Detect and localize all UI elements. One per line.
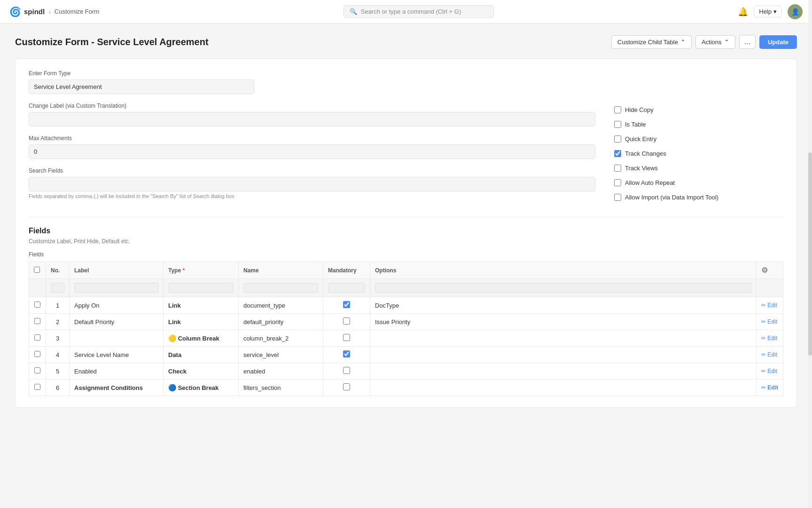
row3-edit: ✏ Edit [757,330,783,347]
edit-icon: ✏ [761,368,766,374]
row4-checkbox[interactable] [34,351,40,357]
filter-name-input[interactable] [243,283,318,293]
filter-cell-settings [757,279,783,297]
hide-copy-input[interactable] [614,106,621,113]
row6-mandatory-input[interactable] [343,383,350,390]
row5-mandatory-input[interactable] [343,367,350,374]
th-settings[interactable]: ⚙ [757,262,783,279]
row6-no: 6 [46,380,70,396]
row2-checkbox[interactable] [34,318,40,324]
logo[interactable]: 🌀 spindl [9,6,45,17]
row3-edit-button[interactable]: ✏ Edit [761,335,777,341]
search-bar[interactable]: 🔍 Search or type a command (Ctrl + G) [344,5,494,18]
form-row: Change Label (via Custom Translation) Ma… [29,103,783,207]
search-fields-label: Search Fields [29,167,595,174]
form-right-col: Hide Copy Is Table Quick Entry Track Cha… [614,103,783,207]
row5-name: enabled [239,363,323,380]
quick-entry-label: Quick Entry [625,135,656,143]
row2-edit-button[interactable]: ✏ Edit [761,318,777,325]
th-name: Name [239,262,323,279]
row3-options [370,330,757,347]
scrollbar-thumb[interactable] [808,152,812,356]
change-label-group: Change Label (via Custom Translation) [29,103,595,127]
breadcrumb-separator: › [48,8,51,16]
row4-name: service_level [239,347,323,363]
row2-name: default_priority [239,314,323,330]
row5-edit-button[interactable]: ✏ Edit [761,368,777,374]
form-type-input[interactable] [29,79,254,94]
search-icon: 🔍 [350,8,357,15]
row3-checkbox[interactable] [34,334,40,341]
scrollbar-track[interactable] [808,0,812,429]
filter-mandatory-input[interactable] [328,283,365,293]
filter-type-input[interactable] [168,283,234,293]
row6-options [370,380,757,396]
update-button[interactable]: Update [759,35,797,49]
help-button[interactable]: Help ▾ [754,6,782,17]
filter-cell-label [70,279,164,297]
max-attachments-input[interactable] [29,144,595,159]
nav-left: 🌀 spindl › Customize Form [9,6,99,17]
track-views-input[interactable] [614,165,621,172]
th-label: Label [70,262,164,279]
allow-auto-repeat-input[interactable] [614,179,621,186]
search-placeholder: Search or type a command (Ctrl + G) [361,8,461,15]
form-left-col: Change Label (via Custom Translation) Ma… [29,103,595,207]
track-views-checkbox[interactable]: Track Views [614,165,783,172]
filter-no-input[interactable] [51,283,64,293]
allow-auto-repeat-checkbox[interactable]: Allow Auto Repeat [614,179,783,186]
row1-name: document_type [239,297,323,314]
settings-gear-icon[interactable]: ⚙ [761,266,768,274]
avatar[interactable]: 👤 [788,4,803,19]
is-table-checkbox[interactable]: Is Table [614,121,783,128]
filter-cell-options [370,279,757,297]
search-fields-input[interactable] [29,177,595,191]
row2-mandatory [323,314,370,330]
select-all-checkbox[interactable] [34,267,40,273]
breadcrumb-current[interactable]: Customize Form [55,8,99,15]
table-row: 2 Default Priority Link default_priority… [29,314,783,330]
row1-edit-button[interactable]: ✏ Edit [761,302,777,309]
bell-icon: 🔔 [738,7,748,16]
row4-mandatory [323,347,370,363]
filter-cell-check [29,279,46,297]
quick-entry-checkbox[interactable]: Quick Entry [614,135,783,143]
row6-checkbox[interactable] [34,384,40,390]
th-checkbox [29,262,46,279]
allow-auto-repeat-label: Allow Auto Repeat [625,179,675,186]
is-table-input[interactable] [614,121,621,128]
filter-label-input[interactable] [74,283,158,293]
track-changes-input[interactable] [614,150,621,157]
row4-mandatory-input[interactable] [343,350,350,357]
row6-edit-button[interactable]: ✏ Edit [761,384,778,391]
form-type-group: Enter Form Type [29,70,783,94]
allow-import-input[interactable] [614,194,621,201]
row1-checkbox[interactable] [34,302,40,308]
quick-entry-input[interactable] [614,135,621,143]
filter-cell-type [164,279,239,297]
hide-copy-checkbox[interactable]: Hide Copy [614,106,783,113]
max-attachments-label: Max Attachments [29,135,595,142]
th-mandatory: Mandatory [323,262,370,279]
table-row: 3 🟡 Column Break column_break_2 ✏ Edit [29,330,783,347]
customize-child-table-button[interactable]: Customize Child Table ⌃ [611,35,692,49]
more-button[interactable]: ... [739,35,756,49]
table-row: 4 Service Level Name Data service_level … [29,347,783,363]
row6-edit: ✏ Edit [757,380,783,396]
row3-mandatory [323,330,370,347]
actions-button[interactable]: Actions ⌃ [695,35,735,49]
notifications-button[interactable]: 🔔 [738,7,748,17]
search-fields-group: Search Fields Fields separated by comma … [29,167,595,199]
change-label-input[interactable] [29,112,595,127]
filter-options-input[interactable] [375,283,751,293]
row5-checkbox[interactable] [34,367,40,373]
fields-section-subtitle: Customize Label, Print Hide, Default etc… [29,238,783,245]
row3-mandatory-input[interactable] [343,334,350,341]
track-changes-checkbox[interactable]: Track Changes [614,150,783,157]
row6-check [29,380,46,396]
row4-edit-button[interactable]: ✏ Edit [761,351,777,358]
allow-import-checkbox[interactable]: Allow Import (via Data Import Tool) [614,194,783,201]
row2-mandatory-input[interactable] [343,318,350,325]
logo-text: spindl [24,8,45,16]
row1-mandatory-input[interactable] [343,301,350,308]
